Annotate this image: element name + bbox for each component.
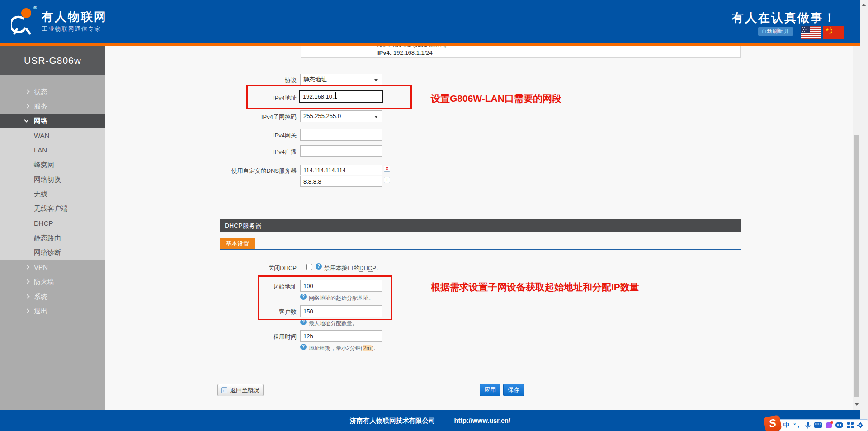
help-icon[interactable] [316,263,322,270]
protocol-select[interactable]: 静态地址 [300,74,382,85]
sidebar-item-cellular[interactable]: 蜂窝网 [0,158,105,172]
sidebar-item-net-switch[interactable]: 网络切换 [0,172,105,187]
interface-status-panel: 发送: 4.95 MB (9292 数据包) IPv4:192.168.1.1/… [301,46,741,58]
ipv4-address-label: IPv4地址 [105,94,297,102]
gateway-input[interactable] [300,129,382,141]
footer: 济南有人物联网技术有限公司 http://www.usr.cn/ [0,410,860,431]
lease-min-code: 2m [363,345,372,351]
us-flag-icon[interactable] [801,26,821,39]
sidebar-item-logout[interactable]: 退出 [0,304,105,318]
keyboard-icon[interactable] [814,422,822,428]
broadcast-input[interactable] [300,145,382,157]
chevron-down-icon [24,118,29,123]
sidebar-item-lan[interactable]: LAN [0,143,105,157]
scroll-down-arrow-icon[interactable] [854,403,859,406]
disable-dhcp-help: 禁用本接口的DHCP。 [324,264,382,272]
sidebar-item-dhcp[interactable]: DHCP [0,216,105,231]
sidebar-item-firewall[interactable]: 防火墙 [0,275,105,289]
netmask-label: IPv4子网掩码 [105,113,297,121]
brand-slogan: 工业物联网通信专家 [42,25,101,33]
help-icon[interactable] [300,319,307,325]
dhcp-section-title: DHCP服务器 [220,219,741,232]
sidebar-item-diagnostics[interactable]: 网络诊断 [0,245,105,260]
sidebar-item-services[interactable]: 服务 [0,99,105,114]
start-address-label: 起始地址 [105,283,297,291]
sogou-logo-icon[interactable]: S [763,415,782,431]
emoji-icon[interactable] [835,422,843,428]
lease-time-label: 租用时间 [105,333,297,341]
chevron-right-icon [25,90,30,94]
header-slogan: 有人在认真做事！ [732,10,837,26]
client-count-help: 最大地址分配数量。 [309,320,358,327]
chevron-right-icon [25,279,30,284]
chevron-right-icon [25,294,30,299]
tab-underline [220,249,741,250]
footer-url-link[interactable]: http://www.usr.cn/ [454,417,510,424]
sidebar: USR-G806w 状态 服务 网络 WAN LAN 蜂窝网 网络切换 无线 无… [0,46,105,410]
sidebar-item-system[interactable]: 系统 [0,289,105,304]
protocol-label: 协议 [105,76,297,85]
back-to-overview-button[interactable]: 返回至概况 [217,384,264,396]
status-ipv4-line: IPv4:192.168.1.1/24 [377,49,740,56]
apply-button[interactable]: 应用 [480,384,500,396]
sidebar-item-static-route[interactable]: 静态路由 [0,231,105,245]
brand-name: 有人物联网 [42,9,107,25]
device-name: USR-G806w [0,46,105,75]
page: ® 有人物联网 工业物联网通信专家 有人在认真做事！ 自动刷新 开 USR-G8… [0,0,868,431]
gateway-label: IPv4网关 [105,132,297,140]
lease-time-help: 地址租期，最小2分钟(2m)。 [309,345,379,352]
sidebar-item-status[interactable]: 状态 [0,85,105,99]
settings-gear-icon[interactable] [857,422,863,428]
tab-basic-settings[interactable]: 基本设置 [220,238,255,249]
lease-time-input[interactable] [300,330,382,342]
punctuation-icon[interactable]: °， [793,422,801,429]
usr-logo-icon [11,7,35,36]
window-scrollbar[interactable] [860,0,868,431]
dhcp-abbr-link[interactable]: DHCP [359,265,376,272]
save-button[interactable]: 保存 [503,384,524,396]
dns-secondary-input[interactable] [300,176,382,187]
sidebar-item-wireless-client[interactable]: 无线客户端 [0,201,105,216]
microphone-icon[interactable] [805,422,811,429]
dns-primary-input[interactable] [300,165,382,175]
header: ® 有人物联网 工业物联网通信专家 有人在认真做事！ 自动刷新 开 [0,0,860,43]
ime-toolbar: 中 °， [779,419,868,431]
registered-mark: ® [33,5,37,10]
start-address-help: 网络地址的起始分配基址。 [309,294,374,302]
ipv4-address-input[interactable] [299,90,383,103]
scrollbar-thumb[interactable] [854,135,859,397]
disable-dhcp-label: 关闭DHCP [105,264,297,272]
broadcast-label: IPv4广播 [105,148,297,156]
sidebar-item-network[interactable]: 网络 [0,114,105,128]
sidebar-item-vpn[interactable]: VPN [0,260,105,275]
start-address-input[interactable] [300,280,382,292]
auto-refresh-toggle[interactable]: 自动刷新 开 [758,27,793,36]
chinese-mode-icon[interactable]: 中 [783,421,790,429]
client-count-input[interactable] [300,305,382,317]
footer-company: 济南有人物联网技术有限公司 [350,417,435,425]
help-icon[interactable] [300,344,307,350]
chevron-right-icon [25,104,30,109]
add-dns-icon[interactable] [384,177,390,183]
sidebar-item-wireless[interactable]: 无线 [0,187,105,201]
cn-flag-icon[interactable] [823,26,844,39]
netmask-select[interactable]: 255.255.255.0 [300,110,382,122]
annotation-lan-note: 设置G806W-LAN口需要的网段 [431,92,561,105]
chevron-right-icon [25,309,30,313]
back-arrow-icon [221,387,227,393]
remove-dns-icon[interactable] [384,166,390,172]
sidebar-item-wan[interactable]: WAN [0,128,105,143]
disable-dhcp-checkbox[interactable] [306,264,312,270]
chevron-right-icon [25,265,30,270]
status-clipped-line: 发送: 4.95 MB (9292 数据包) [377,46,740,47]
client-count-label: 客户数 [105,308,297,316]
dns-label: 使用自定义的DNS服务器 [105,167,297,175]
scroll-up-arrow-icon[interactable] [862,4,866,6]
apps-grid-icon[interactable] [847,422,854,428]
content-scrollbar[interactable] [853,46,860,410]
skin-icon[interactable] [826,422,832,428]
help-icon[interactable] [300,294,307,300]
annotation-dhcp-note: 根据需求设置子网设备获取起始地址和分配IP数量 [431,281,639,294]
